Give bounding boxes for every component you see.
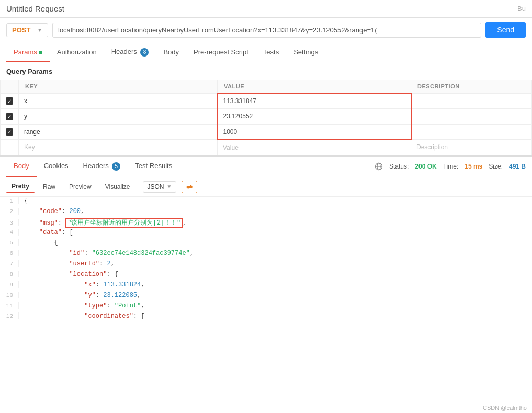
url-bar: POST ▼ Send [0, 18, 532, 42]
key-y[interactable]: y [19, 109, 218, 125]
row-check-y[interactable] [1, 109, 19, 125]
row-check-x[interactable] [1, 93, 19, 109]
desc-y[interactable] [411, 109, 532, 125]
format-tab-visualize[interactable]: Visualize [100, 181, 135, 193]
size-label: Size: [489, 163, 503, 170]
method-select[interactable]: POST ▼ [6, 23, 48, 37]
code-line-11: 11 "type": "Point", [0, 302, 532, 312]
key-x[interactable]: x [19, 93, 218, 109]
col-check [1, 80, 19, 94]
checkbox-range[interactable] [6, 128, 13, 136]
response-status-bar: Status: 200 OK Time: 15 ms Size: 491 B [375, 162, 526, 171]
format-tab-preview[interactable]: Preview [64, 181, 97, 193]
table-row: Key Value Description [1, 140, 532, 155]
tab-response-headers[interactable]: Headers 5 [76, 157, 128, 177]
value-range[interactable]: 1000 [218, 124, 411, 140]
code-line-6: 6 "id": "632ec74e148d324fac39774e", [0, 249, 532, 260]
checkbox-y[interactable] [6, 113, 13, 120]
code-line-7: 7 "userId": 2, [0, 260, 532, 270]
table-row: range 1000 [1, 124, 532, 140]
tab-headers[interactable]: Headers 8 [104, 42, 156, 63]
response-headers-badge: 5 [112, 162, 120, 171]
code-line-12: 12 "coordinates": [ [0, 312, 532, 322]
method-label: POST [12, 26, 30, 34]
params-dot [39, 51, 42, 54]
code-line-8: 8 "location": { [0, 270, 532, 281]
row-check-new[interactable] [1, 140, 19, 155]
response-section: Body Cookies Headers 5 Test Results Stat… [0, 155, 532, 322]
response-tabs-bar: Body Cookies Headers 5 Test Results Stat… [0, 157, 532, 177]
format-bar: Pretty Raw Preview Visualize JSON ▼ ⇌ [0, 177, 532, 197]
tab-body[interactable]: Body [156, 43, 186, 62]
desc-x[interactable] [411, 93, 532, 109]
tab-params[interactable]: Params [6, 43, 50, 62]
key-range[interactable]: range [19, 124, 218, 140]
code-line-5: 5 { [0, 239, 532, 249]
format-dropdown[interactable]: JSON ▼ [143, 181, 177, 193]
format-dropdown-label: JSON [148, 183, 164, 191]
response-tabs-left: Body Cookies Headers 5 Test Results [6, 157, 179, 177]
format-chevron-icon: ▼ [167, 184, 172, 189]
code-line-1: 1 { [0, 197, 532, 207]
request-tabs-bar: Params Authorization Headers 8 Body Pre-… [0, 42, 532, 63]
col-value: VALUE [218, 80, 411, 94]
tab-pre-request[interactable]: Pre-request Script [186, 43, 256, 62]
send-button[interactable]: Send [485, 22, 526, 38]
time-label: Time: [443, 163, 459, 170]
code-line-10: 10 "y": 23.122085, [0, 291, 532, 302]
globe-icon [375, 162, 383, 171]
value-y[interactable]: 23.120552 [218, 109, 411, 125]
format-tab-pretty[interactable]: Pretty [6, 181, 35, 193]
desc-new[interactable]: Description [411, 140, 532, 155]
bu-label: Bu [517, 5, 526, 13]
value-new[interactable]: Value [218, 140, 411, 155]
request-title: Untitled Request [6, 4, 64, 13]
code-line-4: 4 "data": [ [0, 228, 532, 239]
col-key: KEY [19, 80, 218, 94]
top-bar: Untitled Request Bu [0, 0, 532, 18]
key-new[interactable]: Key [19, 140, 218, 155]
col-description: DESCRIPTION [411, 80, 532, 94]
size-value: 491 B [509, 163, 526, 170]
tab-tests[interactable]: Tests [256, 43, 286, 62]
params-table: KEY VALUE DESCRIPTION x 113.331847 y 23.… [0, 80, 532, 155]
method-chevron-icon: ▼ [37, 27, 42, 33]
tab-response-test-results[interactable]: Test Results [128, 157, 179, 177]
query-params-title: Query Params [0, 63, 532, 80]
table-row: y 23.120552 [1, 109, 532, 125]
code-line-9: 9 "x": 113.331824, [0, 281, 532, 291]
value-x[interactable]: 113.331847 [218, 93, 411, 109]
tab-authorization[interactable]: Authorization [50, 43, 104, 62]
url-input[interactable] [52, 23, 481, 38]
row-check-range[interactable] [1, 124, 19, 140]
code-line-2: 2 "code": 200, [0, 207, 532, 218]
code-line-3: 3 "msg": "该用户坐标附近的用户分别为[2]！！", [0, 218, 532, 228]
headers-badge: 8 [140, 48, 149, 57]
wrap-button[interactable]: ⇌ [182, 181, 197, 193]
status-label: Status: [389, 163, 409, 170]
tab-response-cookies[interactable]: Cookies [37, 157, 76, 177]
checkbox-x[interactable] [6, 97, 13, 105]
status-value: 200 OK [415, 163, 436, 170]
desc-range[interactable] [411, 124, 532, 140]
params-table-header: KEY VALUE DESCRIPTION [1, 80, 532, 94]
tab-settings[interactable]: Settings [286, 43, 325, 62]
tab-response-body[interactable]: Body [6, 157, 37, 177]
code-view: 1 { 2 "code": 200, 3 "msg": "该用户坐标附近的用户分… [0, 197, 532, 322]
format-tab-raw[interactable]: Raw [38, 181, 61, 193]
table-row: x 113.331847 [1, 93, 532, 109]
time-value: 15 ms [465, 163, 482, 170]
